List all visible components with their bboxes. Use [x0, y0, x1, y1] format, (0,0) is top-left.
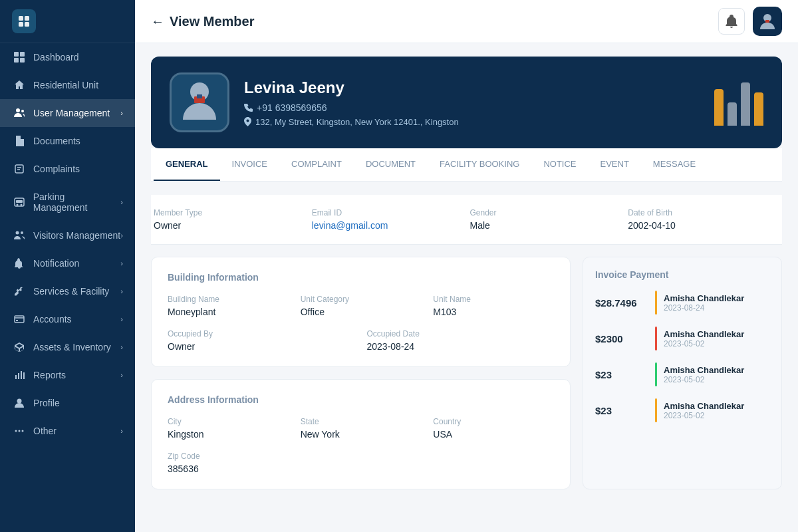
address-grid-top: City Kingston State New York Country USA: [168, 417, 554, 440]
sidebar-item-accounts[interactable]: Accounts ›: [0, 305, 135, 333]
svg-rect-3: [25, 22, 29, 27]
svg-rect-6: [14, 58, 19, 63]
sidebar-item-residential-unit[interactable]: Residential Unit: [0, 71, 135, 99]
tab-notice[interactable]: NOTICE: [531, 148, 588, 181]
invoice-date-4: 2023-05-02: [664, 411, 744, 420]
unit-name-field: Unit Name M103: [433, 295, 554, 317]
member-avatar: [170, 72, 229, 132]
invoice-bar-2: [655, 327, 657, 350]
sidebar-item-user-management[interactable]: User Management ›: [0, 99, 135, 127]
invoice-card-title: Invoice Payment: [595, 269, 769, 280]
svg-rect-30: [765, 20, 769, 23]
sidebar-item-label: Dashboard: [33, 52, 79, 63]
sidebar-item-complaints[interactable]: Complaints: [0, 155, 135, 183]
sidebar-item-reports[interactable]: Reports ›: [0, 361, 135, 389]
sidebar-item-notification[interactable]: Notification ›: [0, 249, 135, 277]
profile-icon: [12, 398, 27, 408]
sidebar-item-label: Notification: [33, 258, 79, 269]
svg-rect-20: [16, 320, 18, 321]
invoice-item-2: $2300 Amisha Chandlekar 2023-05-02: [595, 327, 769, 350]
svg-point-27: [19, 430, 21, 432]
user-avatar-button[interactable]: [753, 7, 782, 36]
email-value: levina@gmail.com: [312, 220, 464, 231]
header-actions: [718, 7, 782, 36]
invoice-name-1: Amisha Chandlekar: [664, 293, 744, 303]
svg-rect-0: [19, 16, 23, 21]
sidebar-item-services-facility[interactable]: Services & Facility ›: [0, 277, 135, 305]
back-button[interactable]: ← View Member: [151, 14, 254, 29]
profile-banner: Levina Jeeny +91 6398569656 132, My Stre…: [151, 57, 782, 148]
sidebar-item-assets-inventory[interactable]: Assets & Inventory ›: [0, 333, 135, 361]
sidebar-item-dashboard[interactable]: Dashboard: [0, 43, 135, 71]
sidebar-item-visitors-management[interactable]: Visitors Management ›: [0, 221, 135, 249]
member-phone: +91 6398569656: [244, 102, 714, 113]
occupied-by-field: Occupied By Owner: [168, 329, 355, 352]
sidebar-item-documents[interactable]: Documents: [0, 127, 135, 155]
chevron-right-icon: ›: [120, 343, 123, 351]
sidebar-item-parking-management[interactable]: Parking Management ›: [0, 183, 135, 221]
chevron-right-icon: ›: [120, 259, 123, 267]
two-col-layout: Building Information Building Name Money…: [151, 257, 782, 489]
sidebar-item-profile[interactable]: Profile: [0, 389, 135, 417]
state-label: State: [301, 417, 422, 426]
sidebar-item-other[interactable]: Other ›: [0, 417, 135, 445]
member-type-value: Owner: [154, 220, 305, 231]
chevron-right-icon: ›: [120, 427, 123, 435]
tab-document[interactable]: DOCUMENT: [354, 148, 428, 181]
tab-facility-booking[interactable]: FACILITY BOOKING: [428, 148, 531, 181]
svg-rect-4: [14, 52, 19, 57]
notification-icon: [12, 258, 27, 269]
tab-invoice[interactable]: INVOICE: [220, 148, 279, 181]
svg-rect-16: [16, 200, 23, 203]
tab-general[interactable]: GENERAL: [154, 148, 220, 181]
chevron-right-icon: ›: [120, 198, 123, 206]
complaints-icon: [12, 164, 27, 174]
right-column: Invoice Payment $28.7496 Amisha Chandlek…: [583, 257, 782, 489]
main-content: ← View Member: [135, 0, 798, 532]
other-icon: [12, 426, 27, 436]
svg-point-18: [21, 231, 23, 234]
unit-name-label: Unit Name: [433, 295, 554, 304]
sidebar-item-label: Documents: [33, 136, 80, 146]
banner-chart: [714, 79, 763, 126]
member-address: 132, My Street, Kingston, New York 12401…: [244, 117, 714, 127]
sidebar-item-label: User Management: [33, 108, 110, 118]
tab-event[interactable]: EVENT: [589, 148, 641, 181]
bar-4: [754, 92, 763, 126]
building-grid-bottom: Occupied By Owner Occupied Date 2023-08-…: [168, 329, 554, 352]
invoice-date-3: 2023-05-02: [664, 375, 744, 384]
svg-rect-5: [20, 52, 25, 57]
invoice-name-4: Amisha Chandlekar: [664, 401, 744, 411]
logo-icon: [12, 9, 36, 33]
invoice-info-2: Amisha Chandlekar 2023-05-02: [664, 329, 744, 348]
assets-icon: [12, 342, 27, 352]
tab-message[interactable]: MESSAGE: [641, 148, 708, 181]
svg-point-17: [16, 231, 19, 235]
address-info-card: Address Information City Kingston State …: [151, 379, 571, 489]
building-name-value: Moneyplant: [168, 307, 289, 317]
invoice-amount-4: $23: [595, 405, 648, 416]
chevron-right-icon: ›: [120, 109, 123, 117]
email-field: Email ID levina@gmail.com: [312, 208, 464, 231]
tab-complaint[interactable]: COMPLAINT: [279, 148, 354, 181]
svg-rect-21: [15, 375, 17, 379]
invoice-amount-1: $28.7496: [595, 297, 648, 309]
parking-icon: [12, 197, 27, 207]
notification-button[interactable]: [718, 8, 745, 35]
unit-name-value: M103: [433, 307, 554, 317]
svg-rect-19: [15, 316, 24, 323]
svg-point-14: [16, 204, 18, 206]
country-field: Country USA: [433, 417, 554, 440]
services-icon: [12, 286, 27, 297]
chevron-right-icon: ›: [120, 315, 123, 323]
sidebar-item-label: Assets & Inventory: [33, 342, 111, 352]
svg-point-15: [20, 204, 22, 206]
svg-point-26: [15, 430, 17, 432]
country-value: USA: [433, 429, 554, 440]
reports-icon: [12, 370, 27, 380]
svg-rect-1: [25, 16, 29, 21]
country-label: Country: [433, 417, 554, 426]
content-area: Levina Jeeny +91 6398569656 132, My Stre…: [135, 43, 798, 532]
member-address-text: 132, My Street, Kingston, New York 12401…: [255, 117, 459, 127]
invoice-name-3: Amisha Chandlekar: [664, 365, 744, 375]
